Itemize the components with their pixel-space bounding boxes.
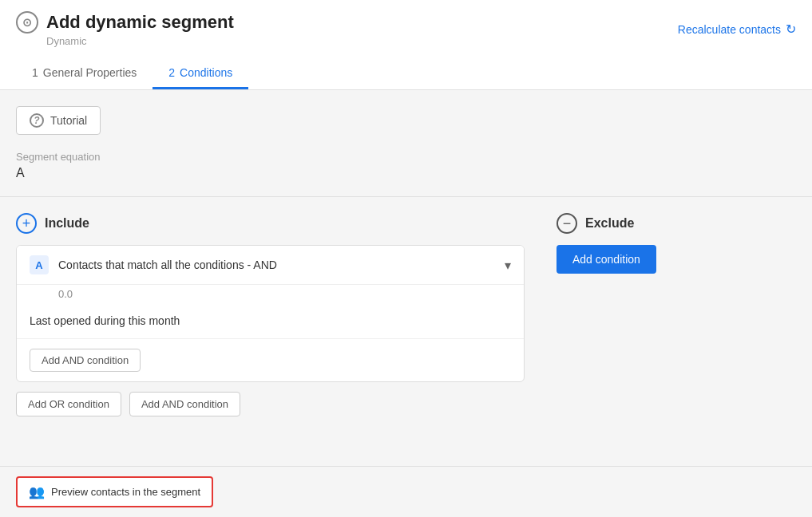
add-and-condition-inner-button[interactable]: Add AND condition — [30, 349, 141, 372]
include-header: + Include — [16, 213, 525, 234]
segment-equation-label: Segment equation — [16, 151, 796, 163]
include-icon: + — [16, 213, 37, 234]
page-title: ⊙ Add dynamic segment — [16, 11, 234, 34]
help-icon: ? — [30, 113, 44, 128]
tab-number-2: 2 — [168, 66, 175, 79]
include-section: + Include A Contacts that match all the … — [16, 213, 525, 416]
add-and-inner-label: Add AND condition — [42, 354, 129, 366]
exclude-icon: − — [557, 213, 577, 234]
condition-value-text: this month — [129, 314, 180, 327]
include-title: Include — [45, 216, 89, 231]
tab-conditions[interactable]: 2 Conditions — [152, 58, 248, 89]
condition-item: Last opened during this month — [17, 303, 524, 339]
exclude-section: − Exclude Add condition — [557, 213, 796, 274]
bottom-buttons: Add OR condition Add AND condition — [16, 392, 525, 416]
add-and-condition-button[interactable]: Add AND condition — [129, 392, 240, 416]
segment-equation-value: A — [16, 166, 796, 180]
refresh-icon: ↻ — [786, 22, 796, 37]
segment-equation: Segment equation A — [16, 151, 796, 180]
divider — [0, 196, 812, 197]
recalculate-button[interactable]: Recalculate contacts ↻ — [678, 22, 796, 37]
main-content: ? Tutorial Segment equation A + Include … — [0, 90, 812, 432]
tutorial-button[interactable]: ? Tutorial — [16, 106, 101, 135]
page-title-text: Add dynamic segment — [46, 12, 234, 33]
contacts-count: 0.0 — [46, 285, 524, 303]
tab-label-1: General Properties — [43, 66, 137, 79]
add-or-condition-button[interactable]: Add OR condition — [16, 392, 121, 416]
tab-number-1: 1 — [32, 66, 38, 79]
title-area: ⊙ Add dynamic segment Dynamic — [16, 11, 234, 47]
add-or-label: Add OR condition — [28, 398, 109, 410]
top-bar: ⊙ Add dynamic segment Dynamic Recalculat… — [0, 0, 812, 90]
segment-icon: ⊙ — [16, 11, 38, 34]
condition-field: Last opened — [30, 314, 91, 327]
condition-group-label: Contacts that match all the conditions -… — [58, 258, 505, 271]
add-condition-label: Add condition — [572, 253, 640, 266]
chevron-down-icon: ▾ — [505, 258, 511, 273]
add-condition-button[interactable]: Add condition — [557, 245, 656, 274]
add-and-label: Add AND condition — [141, 398, 228, 410]
preview-contacts-button[interactable]: 👥 Preview contacts in the segment — [16, 476, 213, 507]
condition-group-header[interactable]: A Contacts that match all the conditions… — [17, 246, 524, 285]
subtitle: Dynamic — [46, 35, 234, 47]
condition-text: Last opened during this month — [30, 314, 180, 327]
condition-group-a: A Contacts that match all the conditions… — [16, 245, 525, 382]
condition-operator-text: during — [94, 314, 125, 327]
tab-general-properties[interactable]: 1 General Properties — [16, 58, 152, 89]
condition-letter: A — [30, 255, 49, 274]
recalculate-label: Recalculate contacts — [678, 23, 781, 36]
tutorial-label: Tutorial — [50, 114, 87, 127]
exclude-header: − Exclude — [557, 213, 796, 234]
top-bar-header: ⊙ Add dynamic segment Dynamic Recalculat… — [16, 11, 796, 52]
preview-bar: 👥 Preview contacts in the segment — [0, 466, 812, 517]
tab-label-2: Conditions — [180, 66, 232, 79]
tabs: 1 General Properties 2 Conditions — [16, 58, 796, 89]
conditions-row: + Include A Contacts that match all the … — [16, 213, 796, 416]
exclude-title: Exclude — [585, 216, 634, 231]
contacts-icon: 👥 — [29, 484, 45, 499]
add-and-inner: Add AND condition — [17, 339, 524, 381]
preview-label: Preview contacts in the segment — [51, 486, 200, 498]
